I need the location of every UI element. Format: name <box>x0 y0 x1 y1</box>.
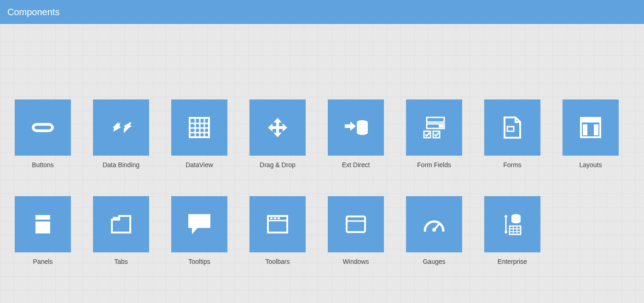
tile-drag-drop[interactable]: Drag & Drop <box>249 99 306 169</box>
tile-label: Panels <box>33 258 53 265</box>
svg-marker-0 <box>110 122 118 131</box>
dataview-icon <box>188 116 211 139</box>
data-binding-icon <box>106 113 136 142</box>
windows-icon <box>345 215 367 234</box>
enterprise-icon <box>500 212 524 236</box>
svg-rect-21 <box>594 124 598 135</box>
tile-label: Drag & Drop <box>260 161 296 169</box>
svg-rect-17 <box>507 127 514 131</box>
forms-icon <box>502 116 523 140</box>
tile-buttons[interactable]: Buttons <box>15 99 71 169</box>
svg-rect-40 <box>510 226 521 234</box>
svg-point-11 <box>357 120 368 125</box>
tile-enterprise[interactable]: Enterprise <box>484 196 540 265</box>
drag-drop-icon <box>266 116 289 139</box>
tile-label: Buttons <box>32 161 53 169</box>
tile-box <box>484 99 540 156</box>
tile-row: Buttons Data Binding <box>15 99 644 169</box>
tile-box <box>406 99 462 156</box>
svg-point-34 <box>511 214 521 218</box>
ext-direct-icon <box>342 116 370 139</box>
tile-box <box>171 99 227 156</box>
svg-rect-24 <box>113 217 119 221</box>
tile-box <box>93 196 149 252</box>
tile-label: DataView <box>186 161 213 169</box>
svg-marker-39 <box>504 232 508 234</box>
components-grid: Buttons Data Binding <box>0 24 644 265</box>
tile-label: Enterprise <box>498 258 527 265</box>
svg-marker-9 <box>268 118 287 137</box>
tile-box <box>171 196 227 252</box>
svg-rect-27 <box>270 217 273 219</box>
tile-box <box>406 196 462 252</box>
tile-ext-direct[interactable]: Ext Direct <box>328 99 384 169</box>
svg-marker-38 <box>504 215 508 217</box>
tile-label: Toolbars <box>266 258 290 265</box>
svg-rect-28 <box>274 217 276 219</box>
layouts-icon <box>579 116 602 139</box>
svg-rect-30 <box>347 216 365 232</box>
svg-rect-22 <box>35 215 50 220</box>
tile-label: Tooltips <box>188 258 210 265</box>
svg-line-33 <box>434 223 440 230</box>
tile-forms[interactable]: Forms <box>484 99 540 169</box>
tile-label: Tabs <box>114 258 128 265</box>
svg-marker-10 <box>345 122 356 131</box>
tooltips-icon <box>186 212 212 236</box>
tile-layouts[interactable]: Layouts <box>563 99 619 169</box>
tile-panels[interactable]: Panels <box>15 196 71 265</box>
tile-box <box>328 99 384 156</box>
tile-box <box>15 99 71 156</box>
svg-rect-12 <box>427 117 444 122</box>
tile-box <box>249 99 306 156</box>
form-fields-icon <box>421 115 447 140</box>
tabs-icon <box>110 214 132 234</box>
svg-rect-29 <box>278 217 280 219</box>
tile-label: Ext Direct <box>342 161 370 169</box>
tile-label: Layouts <box>579 161 602 169</box>
tile-box <box>563 99 619 156</box>
tile-box <box>484 196 540 252</box>
tile-label: Data Binding <box>103 161 139 169</box>
tile-tooltips[interactable]: Tooltips <box>171 196 227 265</box>
tile-gauges[interactable]: Gauges <box>406 196 462 265</box>
panel-header: Components <box>0 0 644 24</box>
toolbars-icon <box>266 214 289 234</box>
tile-label: Gauges <box>423 258 445 265</box>
tile-windows[interactable]: Windows <box>328 196 384 265</box>
tile-tabs[interactable]: Tabs <box>93 196 149 265</box>
svg-rect-19 <box>581 118 600 122</box>
tile-box <box>15 196 71 252</box>
tile-box <box>328 196 384 252</box>
tile-label: Forms <box>503 161 522 169</box>
panels-icon <box>34 213 52 235</box>
tile-label: Form Fields <box>417 161 451 169</box>
tile-toolbars[interactable]: Toolbars <box>249 196 306 265</box>
button-icon <box>28 113 58 142</box>
tile-dataview[interactable]: DataView <box>171 99 227 169</box>
svg-rect-14 <box>439 125 443 128</box>
tile-box <box>249 196 306 252</box>
panel-title: Components <box>7 7 59 17</box>
svg-rect-23 <box>35 221 50 233</box>
tile-data-binding[interactable]: Data Binding <box>93 99 149 169</box>
tile-row: Panels Tabs Tooltips <box>15 196 644 265</box>
tile-form-fields[interactable]: Form Fields <box>406 99 462 169</box>
svg-rect-20 <box>583 124 587 135</box>
tile-box <box>93 99 149 156</box>
tile-label: Windows <box>343 258 369 265</box>
gauges-icon <box>422 215 446 233</box>
